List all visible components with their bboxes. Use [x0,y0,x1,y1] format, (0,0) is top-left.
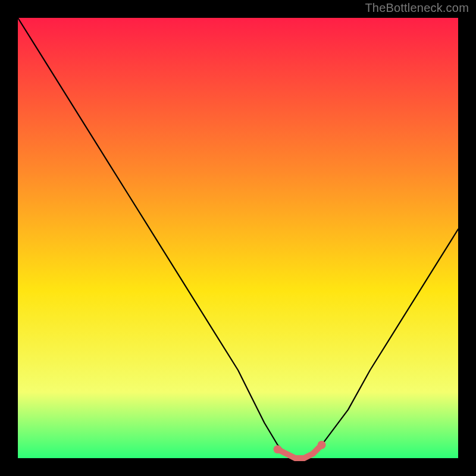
watermark-text: TheBottleneck.com [365,1,469,15]
recommended-range-end-dot [318,441,326,449]
chart-stage: TheBottleneck.com [0,0,476,476]
bottleneck-chart [0,0,476,476]
recommended-range-start-dot [274,445,282,453]
chart-background [18,18,458,458]
